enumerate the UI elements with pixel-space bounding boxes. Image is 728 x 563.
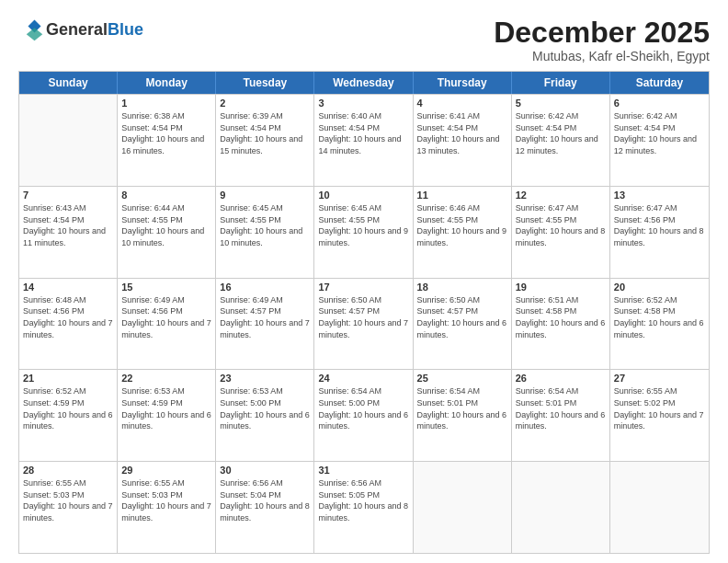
calendar-cell: 7Sunrise: 6:43 AMSunset: 4:54 PMDaylight… [19, 187, 118, 278]
calendar-cell: 26Sunrise: 6:54 AMSunset: 5:01 PMDayligh… [512, 370, 610, 461]
calendar-cell: 29Sunrise: 6:55 AMSunset: 5:03 PMDayligh… [118, 462, 216, 553]
calendar-cell: 4Sunrise: 6:41 AMSunset: 4:54 PMDaylight… [414, 95, 512, 186]
day-number: 12 [516, 190, 606, 201]
calendar-cell: 19Sunrise: 6:51 AMSunset: 4:58 PMDayligh… [512, 279, 610, 370]
day-info: Sunrise: 6:55 AMSunset: 5:02 PMDaylight:… [614, 385, 705, 431]
calendar-cell [610, 462, 709, 553]
day-number: 24 [318, 373, 408, 384]
day-number: 19 [516, 282, 606, 293]
svg-marker-1 [27, 28, 43, 40]
day-info: Sunrise: 6:56 AMSunset: 5:05 PMDaylight:… [318, 477, 408, 523]
calendar-row-2: 7Sunrise: 6:43 AMSunset: 4:54 PMDaylight… [19, 186, 709, 278]
day-number: 13 [614, 190, 705, 201]
calendar-cell: 13Sunrise: 6:47 AMSunset: 4:56 PMDayligh… [610, 187, 709, 278]
day-number: 29 [121, 465, 211, 476]
header-day-wednesday: Wednesday [314, 72, 413, 94]
calendar-cell: 1Sunrise: 6:38 AMSunset: 4:54 PMDaylight… [118, 95, 216, 186]
day-number: 25 [417, 373, 507, 384]
day-number: 28 [23, 465, 113, 476]
day-number: 10 [318, 190, 408, 201]
day-info: Sunrise: 6:44 AMSunset: 4:55 PMDaylight:… [121, 202, 211, 248]
day-number: 5 [516, 98, 606, 109]
calendar-cell: 31Sunrise: 6:56 AMSunset: 5:05 PMDayligh… [314, 462, 413, 553]
day-number: 11 [417, 190, 507, 201]
calendar-cell: 20Sunrise: 6:52 AMSunset: 4:58 PMDayligh… [610, 279, 709, 370]
day-number: 31 [318, 465, 408, 476]
calendar-cell: 12Sunrise: 6:47 AMSunset: 4:55 PMDayligh… [512, 187, 610, 278]
calendar-cell: 23Sunrise: 6:53 AMSunset: 5:00 PMDayligh… [216, 370, 314, 461]
header-day-saturday: Saturday [610, 72, 709, 94]
day-info: Sunrise: 6:54 AMSunset: 5:00 PMDaylight:… [318, 385, 408, 431]
day-info: Sunrise: 6:53 AMSunset: 5:00 PMDaylight:… [220, 385, 310, 431]
calendar-cell: 22Sunrise: 6:53 AMSunset: 4:59 PMDayligh… [118, 370, 216, 461]
location-subtitle: Mutubas, Kafr el-Sheikh, Egypt [494, 49, 710, 63]
day-number: 16 [220, 282, 310, 293]
calendar-cell: 6Sunrise: 6:42 AMSunset: 4:54 PMDaylight… [610, 95, 709, 186]
day-number: 21 [23, 373, 113, 384]
logo-icon [18, 17, 44, 42]
day-number: 8 [121, 190, 211, 201]
header-day-tuesday: Tuesday [216, 72, 314, 94]
day-info: Sunrise: 6:52 AMSunset: 4:59 PMDaylight:… [23, 385, 113, 431]
month-title: December 2025 [494, 17, 710, 49]
day-info: Sunrise: 6:47 AMSunset: 4:55 PMDaylight:… [516, 202, 606, 248]
day-info: Sunrise: 6:38 AMSunset: 4:54 PMDaylight:… [121, 110, 211, 156]
day-info: Sunrise: 6:45 AMSunset: 4:55 PMDaylight:… [220, 202, 310, 248]
calendar-cell: 9Sunrise: 6:45 AMSunset: 4:55 PMDaylight… [216, 187, 314, 278]
calendar-cell: 15Sunrise: 6:49 AMSunset: 4:56 PMDayligh… [118, 279, 216, 370]
day-info: Sunrise: 6:45 AMSunset: 4:55 PMDaylight:… [318, 202, 408, 248]
page: GeneralBlue December 2025 Mutubas, Kafr … [0, 0, 728, 563]
day-info: Sunrise: 6:43 AMSunset: 4:54 PMDaylight:… [23, 202, 113, 248]
day-info: Sunrise: 6:40 AMSunset: 4:54 PMDaylight:… [318, 110, 408, 156]
day-info: Sunrise: 6:53 AMSunset: 4:59 PMDaylight:… [121, 385, 211, 431]
calendar: SundayMondayTuesdayWednesdayThursdayFrid… [18, 71, 710, 554]
day-info: Sunrise: 6:56 AMSunset: 5:04 PMDaylight:… [220, 477, 310, 523]
calendar-cell [512, 462, 610, 553]
day-info: Sunrise: 6:47 AMSunset: 4:56 PMDaylight:… [614, 202, 705, 248]
calendar-header: SundayMondayTuesdayWednesdayThursdayFrid… [19, 72, 709, 94]
header-day-sunday: Sunday [19, 72, 118, 94]
logo-text: GeneralBlue [44, 21, 143, 40]
calendar-row-4: 21Sunrise: 6:52 AMSunset: 4:59 PMDayligh… [19, 369, 709, 461]
calendar-body: 1Sunrise: 6:38 AMSunset: 4:54 PMDaylight… [19, 94, 709, 553]
day-number: 14 [23, 282, 113, 293]
day-info: Sunrise: 6:54 AMSunset: 5:01 PMDaylight:… [516, 385, 606, 431]
calendar-cell: 25Sunrise: 6:54 AMSunset: 5:01 PMDayligh… [414, 370, 512, 461]
calendar-cell: 16Sunrise: 6:49 AMSunset: 4:57 PMDayligh… [216, 279, 314, 370]
header-day-monday: Monday [118, 72, 216, 94]
calendar-cell: 27Sunrise: 6:55 AMSunset: 5:02 PMDayligh… [610, 370, 709, 461]
calendar-row-3: 14Sunrise: 6:48 AMSunset: 4:56 PMDayligh… [19, 278, 709, 370]
logo: GeneralBlue [18, 17, 143, 44]
day-info: Sunrise: 6:46 AMSunset: 4:55 PMDaylight:… [417, 202, 507, 248]
day-number: 1 [121, 98, 211, 109]
day-info: Sunrise: 6:51 AMSunset: 4:58 PMDaylight:… [516, 294, 606, 340]
calendar-row-5: 28Sunrise: 6:55 AMSunset: 5:03 PMDayligh… [19, 461, 709, 553]
day-info: Sunrise: 6:54 AMSunset: 5:01 PMDaylight:… [417, 385, 507, 431]
calendar-cell: 21Sunrise: 6:52 AMSunset: 4:59 PMDayligh… [19, 370, 118, 461]
calendar-cell: 3Sunrise: 6:40 AMSunset: 4:54 PMDaylight… [314, 95, 413, 186]
header: GeneralBlue December 2025 Mutubas, Kafr … [18, 17, 710, 63]
day-number: 2 [220, 98, 310, 109]
header-day-thursday: Thursday [414, 72, 512, 94]
day-info: Sunrise: 6:42 AMSunset: 4:54 PMDaylight:… [614, 110, 705, 156]
logo-blue-text: Blue [108, 20, 143, 39]
calendar-cell: 10Sunrise: 6:45 AMSunset: 4:55 PMDayligh… [314, 187, 413, 278]
day-info: Sunrise: 6:55 AMSunset: 5:03 PMDaylight:… [23, 477, 113, 523]
day-number: 7 [23, 190, 113, 201]
calendar-cell: 14Sunrise: 6:48 AMSunset: 4:56 PMDayligh… [19, 279, 118, 370]
day-info: Sunrise: 6:48 AMSunset: 4:56 PMDaylight:… [23, 294, 113, 340]
header-day-friday: Friday [512, 72, 610, 94]
day-info: Sunrise: 6:41 AMSunset: 4:54 PMDaylight:… [417, 110, 507, 156]
day-info: Sunrise: 6:55 AMSunset: 5:03 PMDaylight:… [121, 477, 211, 523]
day-info: Sunrise: 6:49 AMSunset: 4:56 PMDaylight:… [121, 294, 211, 340]
calendar-cell: 8Sunrise: 6:44 AMSunset: 4:55 PMDaylight… [118, 187, 216, 278]
day-info: Sunrise: 6:39 AMSunset: 4:54 PMDaylight:… [220, 110, 310, 156]
day-number: 9 [220, 190, 310, 201]
calendar-cell: 30Sunrise: 6:56 AMSunset: 5:04 PMDayligh… [216, 462, 314, 553]
calendar-cell: 2Sunrise: 6:39 AMSunset: 4:54 PMDaylight… [216, 95, 314, 186]
day-number: 22 [121, 373, 211, 384]
day-info: Sunrise: 6:52 AMSunset: 4:58 PMDaylight:… [614, 294, 705, 340]
calendar-cell: 18Sunrise: 6:50 AMSunset: 4:57 PMDayligh… [414, 279, 512, 370]
day-number: 26 [516, 373, 606, 384]
day-number: 27 [614, 373, 705, 384]
